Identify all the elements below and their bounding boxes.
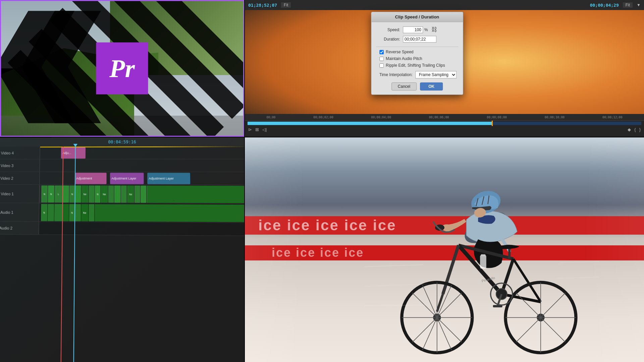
track-label-audio2: ▶ Audio 2 [0, 222, 39, 234]
svg-line-48 [556, 276, 599, 278]
left-brace-icon[interactable]: { [634, 127, 636, 132]
maintain-audio-pitch-row: Maintain Audio Pitch [376, 56, 458, 61]
duration-input[interactable] [403, 36, 436, 43]
progress-track[interactable] [248, 122, 641, 125]
svg-point-37 [496, 289, 507, 300]
track-content-video3 [40, 159, 244, 172]
fit-label-left[interactable]: Fit [281, 2, 291, 8]
tick-5: 00;00;10;00 [545, 116, 565, 119]
tick-4: 00;00;08;00 [487, 116, 507, 119]
tick-1: 00;00;02;00 [313, 116, 333, 119]
editor-toolbar: 01;28;52;07 Fit 00;00;04;29 Fit ▼ [245, 0, 644, 10]
svg-line-45 [365, 284, 427, 286]
track-label-video4: ▶ Video 4 [0, 147, 40, 159]
tick-6: 00;00;12;00 [602, 116, 623, 119]
timeline-controls-bar: 00;00 00;00;02;00 00;00;04;00 00;00;06;0… [245, 114, 644, 137]
playhead-marker [492, 121, 493, 126]
time-interpolation-select[interactable]: Frame Sampling Frame Blending Optical Fl… [415, 71, 457, 78]
duration-row: Duration: [376, 36, 458, 43]
reverse-speed-checkbox[interactable] [379, 50, 384, 54]
maintain-audio-pitch-label: Maintain Audio Pitch [386, 56, 422, 61]
ripple-edit-checkbox[interactable] [379, 63, 384, 68]
timeline-header: 00:04:59:16 [0, 137, 244, 147]
svg-line-47 [560, 261, 599, 263]
dialog-divider [376, 47, 458, 47]
panel-top-right: 01;28;52;07 Fit 00;00;04;29 Fit ▼ 00;00 … [245, 0, 644, 137]
tick-2: 00;00;04;00 [371, 116, 391, 119]
transport-controls: ⊳ ⊠ ◁| ◆ { } [245, 126, 644, 133]
duration-label: Duration: [376, 37, 400, 42]
speed-unit: % [424, 27, 428, 32]
camera-icon[interactable]: ⊠ [255, 127, 259, 132]
ripple-edit-label: Ripple Edit, Shifting Trailing Clips [386, 63, 445, 68]
svg-line-46 [365, 305, 425, 306]
track-video3: ▶ Video 3 [0, 159, 244, 172]
track-content-audio2 [39, 222, 244, 236]
track-label-video2: ▶ Video 2 [0, 172, 40, 184]
clip-v2-pink-2[interactable]: Adjustment Layer [110, 173, 144, 184]
cyclist-container: Pinarello [245, 137, 644, 362]
track-content-video1: N N L N Ne N Ne Ne [39, 185, 244, 203]
reverse-speed-label: Reverse Speed [386, 50, 414, 54]
dialog-buttons: Cancel OK [376, 82, 458, 92]
time-interpolation-row: Time Interpolation: Frame Sampling Frame… [376, 71, 458, 78]
tick-3: 00;00;06;00 [429, 116, 449, 119]
track-label-video3: ▶ Video 3 [0, 159, 40, 172]
dialog-body: Speed: % ⛓ Duration: Reverse Speed [371, 22, 463, 95]
progress-fill [248, 122, 492, 125]
track-video1: ▼ Video 1 N N L N Ne [0, 185, 244, 204]
track-label-video1: ▼ Video 1 [0, 185, 40, 203]
tick-0: 00;00 [266, 116, 275, 119]
mark-in-icon[interactable]: ◁| [262, 127, 267, 132]
track-video4: ▶ Video 4 Adju... [0, 146, 244, 160]
dropdown-arrow[interactable]: ▼ [637, 3, 641, 7]
v-divider [244, 0, 245, 362]
speed-label: Speed: [376, 27, 400, 32]
h-divider [0, 137, 644, 137]
track-content-video4: Adju... [40, 146, 244, 159]
clip-speed-dialog: Clip Speed / Duration Speed: % ⛓ Duratio… [371, 12, 463, 95]
pr-logo-box: Pr [96, 43, 148, 95]
svg-line-19 [513, 259, 541, 302]
timeline-ruler: 00;00 00;00;02;00 00;00;04;00 00;00;06;0… [245, 114, 644, 121]
track-audio1: ▼ Audio 1 N N Ne [0, 203, 244, 223]
track-content-video2: Adjustment Adjustment Layer Adjustment L… [40, 172, 244, 185]
track-audio2: ▶ Audio 2 [0, 222, 244, 236]
svg-rect-42 [481, 254, 486, 256]
track-label-audio1: ▼ Audio 1 [0, 203, 39, 222]
link-chain-icon[interactable]: ⛓ [431, 26, 437, 33]
clip-v2-pink-1[interactable]: Adjustment [75, 173, 107, 184]
track-content-audio1: N N Ne [39, 203, 244, 223]
timecode-right: 00;00;04;29 [590, 3, 619, 8]
ok-button[interactable]: OK [420, 82, 443, 90]
pr-logo-text: Pr [109, 54, 135, 83]
fit-label-right[interactable]: Fit [623, 2, 633, 8]
speed-input[interactable] [403, 26, 423, 33]
svg-line-44 [365, 264, 423, 266]
diamond-icon[interactable]: ◆ [628, 127, 631, 132]
right-brace-icon[interactable]: } [639, 127, 641, 132]
panel-bottom-right: ice ice ice ice ice ice ice ice ice [245, 137, 644, 362]
timeline-timecode: 00:04:59:16 [108, 139, 136, 144]
cyclist-svg: Pinarello [365, 149, 599, 362]
reverse-speed-row: Reverse Speed [376, 50, 458, 54]
dialog-title-bar: Clip Speed / Duration [371, 12, 463, 22]
clip-v2-teal[interactable]: Adjustment Layer [147, 173, 190, 184]
speed-row: Speed: % ⛓ [376, 26, 458, 33]
timeline-inner: 00:04:59:16 ▶ Video 4 Adju... [0, 137, 244, 362]
time-interpolation-label: Time Interpolation: [379, 72, 413, 77]
out-point-icon[interactable]: ⊳ [248, 127, 252, 132]
svg-line-21 [437, 294, 443, 312]
panel-top-left: Pr [0, 0, 244, 137]
svg-rect-41 [480, 255, 486, 268]
clip-v4-pink[interactable]: Adju... [61, 147, 86, 159]
panel-bottom-left: 00:04:59:16 ▶ Video 4 Adju... [0, 137, 244, 362]
ripple-edit-row: Ripple Edit, Shifting Trailing Clips [376, 63, 458, 68]
track-video2: ▶ Video 2 Adjustment Adjustment Layer Ad… [0, 172, 244, 185]
maintain-audio-pitch-checkbox[interactable] [379, 57, 384, 61]
timecode-left: 01;28;52;07 [248, 3, 277, 8]
cancel-button[interactable]: Cancel [391, 82, 417, 90]
